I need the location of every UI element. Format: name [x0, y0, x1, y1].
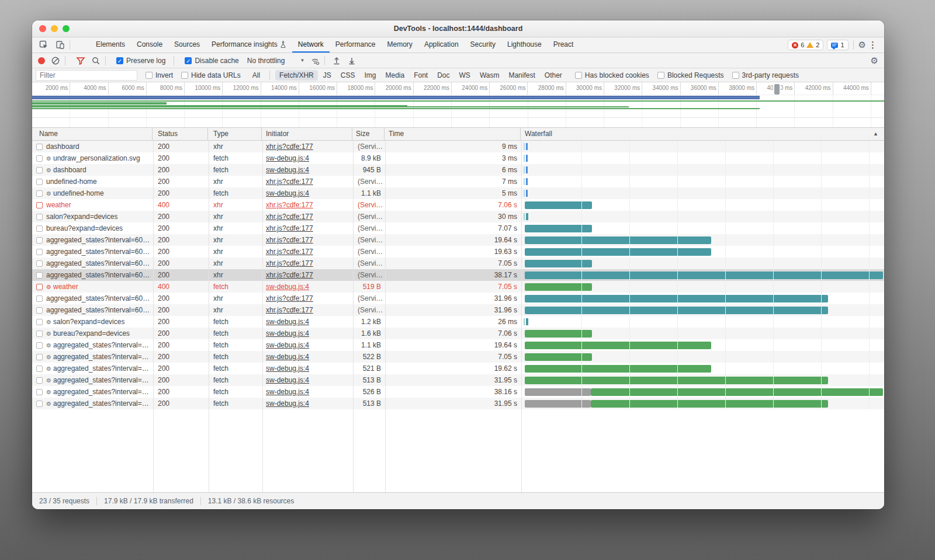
- column-header-type[interactable]: Type: [208, 128, 262, 140]
- request-row[interactable]: weather400xhrxhr.js?cdfe:177(Servi…7.06 …: [32, 199, 884, 211]
- filter-pill-media[interactable]: Media: [381, 70, 408, 81]
- initiator-link[interactable]: xhr.js?cdfe:177: [266, 294, 313, 302]
- request-row[interactable]: aggregated_states?interval=60&…200xhrxhr…: [32, 269, 884, 281]
- invert-checkbox[interactable]: Invert: [146, 71, 173, 79]
- name-cell[interactable]: ⚙aggregated_states?interval=6…: [32, 351, 153, 363]
- initiator-link[interactable]: sw-debug.js:4: [266, 189, 309, 197]
- row-checkbox[interactable]: [36, 366, 43, 372]
- name-cell[interactable]: ⚙undraw_personalization.svg: [32, 152, 153, 164]
- row-checkbox[interactable]: [36, 155, 43, 162]
- search-button[interactable]: [91, 56, 101, 65]
- request-row[interactable]: ⚙aggregated_states?interval=6…200fetchsw…: [32, 363, 884, 374]
- column-header-status[interactable]: Status: [153, 128, 208, 140]
- initiator-link[interactable]: sw-debug.js:4: [266, 399, 309, 408]
- row-checkbox[interactable]: [36, 331, 43, 337]
- request-row[interactable]: aggregated_states?interval=60&…200xhrxhr…: [32, 234, 884, 246]
- filter-input[interactable]: [36, 70, 137, 81]
- minimize-button[interactable]: [51, 25, 58, 32]
- row-checkbox[interactable]: [36, 214, 43, 220]
- close-button[interactable]: [39, 25, 46, 32]
- filter-pill-doc[interactable]: Doc: [433, 70, 453, 81]
- request-row[interactable]: ⚙bureau?expand=devices200fetchsw-debug.j…: [32, 328, 884, 339]
- name-cell[interactable]: aggregated_states?interval=60&…: [32, 258, 153, 269]
- tab-application[interactable]: Application: [418, 37, 465, 53]
- name-cell[interactable]: ⚙weather: [32, 281, 153, 293]
- row-checkbox[interactable]: [36, 179, 43, 185]
- request-row[interactable]: aggregated_states?interval=60&…200xhrxhr…: [32, 304, 884, 316]
- filter-toggle-button[interactable]: [76, 56, 85, 65]
- row-checkbox[interactable]: [36, 237, 43, 244]
- filter-pill-wasm[interactable]: Wasm: [476, 70, 504, 81]
- request-row[interactable]: ⚙dashboard200fetchsw-debug.js:4945 B6 ms: [32, 164, 884, 176]
- tab-console[interactable]: Console: [131, 37, 168, 53]
- column-header-time[interactable]: Time: [385, 128, 521, 140]
- request-row[interactable]: aggregated_states?interval=60&…200xhrxhr…: [32, 293, 884, 304]
- settings-gear-icon[interactable]: ⚙: [858, 40, 866, 50]
- row-checkbox[interactable]: [36, 144, 43, 150]
- request-row[interactable]: ⚙aggregated_states?interval=6…200fetchsw…: [32, 386, 884, 398]
- name-cell[interactable]: aggregated_states?interval=60&…: [32, 293, 153, 304]
- request-row[interactable]: ⚙undefined-home200fetchsw-debug.js:41.1 …: [32, 187, 884, 199]
- hide-data-urls-checkbox[interactable]: Hide data URLs: [181, 71, 241, 79]
- row-checkbox[interactable]: [36, 260, 43, 267]
- initiator-link[interactable]: xhr.js?cdfe:177: [266, 236, 313, 244]
- name-cell[interactable]: aggregated_states?interval=60&…: [32, 246, 153, 258]
- initiator-link[interactable]: sw-debug.js:4: [266, 376, 309, 384]
- tab-performance-insights[interactable]: Performance insights: [206, 37, 292, 53]
- row-checkbox[interactable]: [36, 295, 43, 302]
- more-options-kebab-icon[interactable]: ⋮: [866, 40, 879, 50]
- network-conditions-icon[interactable]: [310, 56, 320, 65]
- initiator-link[interactable]: sw-debug.js:4: [266, 154, 309, 162]
- row-checkbox[interactable]: [36, 307, 43, 314]
- row-checkbox[interactable]: [36, 354, 43, 360]
- tab-lighthouse[interactable]: Lighthouse: [501, 37, 548, 53]
- tab-network[interactable]: Network: [292, 37, 330, 53]
- initiator-link[interactable]: xhr.js?cdfe:177: [266, 142, 313, 151]
- name-cell[interactable]: ⚙salon?expand=devices: [32, 316, 153, 328]
- filter-pill-fetchxhr[interactable]: Fetch/XHR: [275, 70, 318, 81]
- filter-pill-img[interactable]: Img: [360, 70, 380, 81]
- errors-warnings-badge[interactable]: ✕ 6 2: [788, 40, 823, 50]
- 3rd-party-requests-checkbox[interactable]: 3rd-party requests: [732, 71, 799, 79]
- request-row[interactable]: ⚙aggregated_states?interval=6…200fetchsw…: [32, 374, 884, 386]
- overview-drag-handle[interactable]: [773, 83, 781, 96]
- record-button[interactable]: [38, 57, 45, 64]
- request-row[interactable]: ⚙aggregated_states?interval=6…200fetchsw…: [32, 351, 884, 363]
- name-cell[interactable]: aggregated_states?interval=60&…: [32, 304, 153, 316]
- filter-pill-other[interactable]: Other: [541, 70, 566, 81]
- initiator-link[interactable]: xhr.js?cdfe:177: [266, 271, 313, 279]
- request-row[interactable]: undefined-home200xhrxhr.js?cdfe:177(Serv…: [32, 176, 884, 187]
- throttling-select[interactable]: No throttling ▼: [247, 57, 305, 65]
- row-checkbox[interactable]: [36, 225, 43, 232]
- preserve-log-checkbox[interactable]: ✓ Preserve log: [116, 57, 165, 65]
- initiator-link[interactable]: sw-debug.js:4: [266, 341, 309, 349]
- initiator-link[interactable]: xhr.js?cdfe:177: [266, 213, 313, 221]
- export-har-icon[interactable]: [347, 56, 356, 65]
- filter-pill-ws[interactable]: WS: [455, 70, 475, 81]
- tab-elements[interactable]: Elements: [90, 37, 131, 53]
- blocked-requests-checkbox[interactable]: Blocked Requests: [657, 71, 724, 79]
- name-cell[interactable]: ⚙bureau?expand=devices: [32, 328, 153, 339]
- network-settings-gear-icon[interactable]: ⚙: [871, 56, 878, 65]
- column-header-name[interactable]: Name: [32, 128, 153, 140]
- tab-performance[interactable]: Performance: [330, 37, 382, 53]
- name-cell[interactable]: ⚙aggregated_states?interval=6…: [32, 363, 153, 374]
- column-header-waterfall[interactable]: Waterfall▲: [521, 128, 883, 140]
- import-har-icon[interactable]: [332, 56, 341, 65]
- request-row[interactable]: aggregated_states?interval=60&…200xhrxhr…: [32, 246, 884, 258]
- row-checkbox[interactable]: [36, 389, 43, 395]
- name-cell[interactable]: undefined-home: [32, 176, 153, 187]
- name-cell[interactable]: ⚙aggregated_states?interval=6…: [32, 374, 153, 386]
- name-cell[interactable]: salon?expand=devices: [32, 211, 153, 222]
- row-checkbox[interactable]: [36, 377, 43, 384]
- row-checkbox[interactable]: [36, 401, 43, 407]
- filter-pill-js[interactable]: JS: [319, 70, 335, 81]
- row-checkbox[interactable]: [36, 272, 43, 279]
- clear-button[interactable]: [51, 56, 60, 65]
- name-cell[interactable]: ⚙undefined-home: [32, 187, 153, 199]
- name-cell[interactable]: aggregated_states?interval=60&…: [32, 269, 153, 281]
- name-cell[interactable]: bureau?expand=devices: [32, 222, 153, 234]
- request-row[interactable]: aggregated_states?interval=60&…200xhrxhr…: [32, 258, 884, 269]
- disable-cache-checkbox[interactable]: ✓ Disable cache: [185, 57, 238, 65]
- network-overview-minimap[interactable]: [32, 95, 884, 109]
